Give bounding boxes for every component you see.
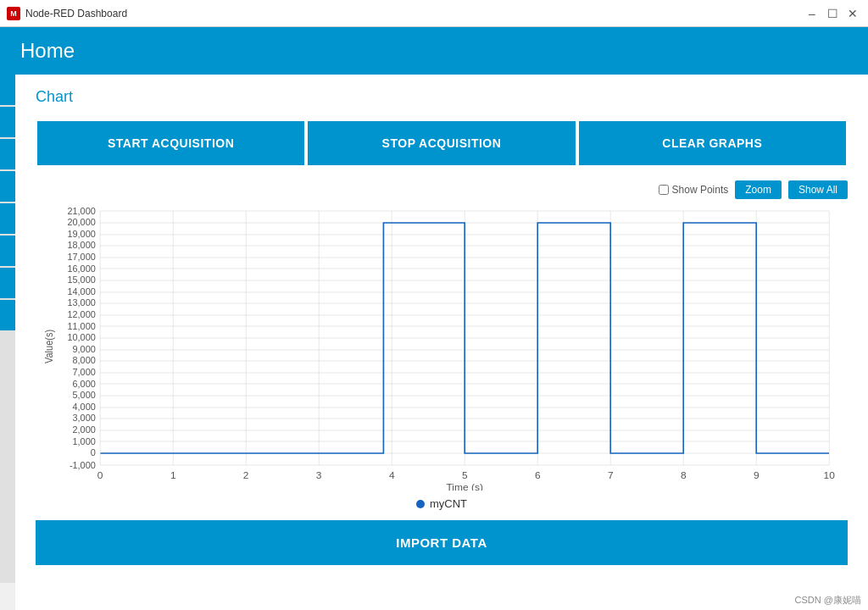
svg-text:3: 3 bbox=[316, 470, 322, 480]
svg-text:3,000: 3,000 bbox=[73, 413, 96, 423]
stop-acquisition-button[interactable]: STOP ACQUISITION bbox=[306, 119, 576, 167]
sidebar-tab-7[interactable] bbox=[0, 268, 15, 298]
svg-text:2,000: 2,000 bbox=[73, 425, 96, 435]
sidebar-tab-2[interactable] bbox=[0, 107, 15, 137]
close-button[interactable]: ✕ bbox=[844, 5, 861, 22]
svg-text:16,000: 16,000 bbox=[67, 264, 95, 274]
sidebar-tab-3[interactable] bbox=[0, 139, 15, 169]
acquisition-buttons: START ACQUISITION STOP ACQUISITION CLEAR… bbox=[36, 119, 848, 167]
minimize-button[interactable]: – bbox=[804, 5, 821, 22]
chart-area: -1,000 0 1,000 2,000 3,000 4,000 5,000 6… bbox=[36, 202, 848, 491]
svg-text:6,000: 6,000 bbox=[73, 380, 96, 389]
svg-text:2: 2 bbox=[243, 470, 249, 480]
sidebar-tab-8[interactable] bbox=[0, 300, 15, 330]
svg-text:4: 4 bbox=[389, 470, 395, 480]
sidebar-tab-4[interactable] bbox=[0, 171, 15, 202]
chart-title: Chart bbox=[36, 88, 848, 106]
svg-text:11,000: 11,000 bbox=[67, 322, 95, 331]
page-title: Home bbox=[20, 39, 75, 63]
svg-text:12,000: 12,000 bbox=[67, 310, 95, 319]
svg-text:5: 5 bbox=[462, 470, 468, 480]
svg-text:18,000: 18,000 bbox=[67, 241, 95, 250]
x-axis-labels: 0 1 2 3 4 5 6 7 8 9 10 bbox=[97, 470, 835, 480]
x-axis-title: Time (s) bbox=[447, 482, 484, 491]
show-points-label[interactable]: Show Points bbox=[659, 184, 729, 196]
svg-text:8: 8 bbox=[681, 470, 687, 480]
svg-text:10,000: 10,000 bbox=[67, 333, 95, 342]
sidebar-tab-1[interactable] bbox=[0, 75, 15, 105]
svg-text:7: 7 bbox=[608, 470, 614, 480]
svg-text:4,000: 4,000 bbox=[73, 402, 96, 412]
show-points-text: Show Points bbox=[672, 184, 729, 196]
show-all-button[interactable]: Show All bbox=[788, 180, 848, 199]
import-data-button[interactable]: IMPORT DATA bbox=[36, 520, 848, 565]
svg-text:1,000: 1,000 bbox=[73, 437, 96, 446]
title-bar: M Node-RED Dashboard – ☐ ✕ bbox=[0, 0, 868, 27]
window-title: Node-RED Dashboard bbox=[25, 8, 127, 19]
main-content: Chart START ACQUISITION STOP ACQUISITION… bbox=[15, 75, 868, 610]
svg-text:1: 1 bbox=[170, 470, 176, 480]
start-acquisition-button[interactable]: START ACQUISITION bbox=[36, 119, 306, 167]
svg-text:10: 10 bbox=[824, 470, 835, 480]
chart-svg: -1,000 0 1,000 2,000 3,000 4,000 5,000 6… bbox=[36, 202, 848, 491]
chart-options: Show Points Zoom Show All bbox=[36, 180, 848, 199]
svg-text:-1,000: -1,000 bbox=[70, 461, 96, 470]
svg-text:9: 9 bbox=[754, 470, 760, 480]
watermark: CSDN @康妮喵 bbox=[795, 594, 861, 607]
legend-label: myCNT bbox=[430, 497, 467, 510]
svg-text:9,000: 9,000 bbox=[73, 345, 96, 354]
svg-text:19,000: 19,000 bbox=[67, 230, 95, 239]
maximize-button[interactable]: ☐ bbox=[824, 5, 841, 22]
svg-text:6: 6 bbox=[535, 470, 541, 480]
sidebar-tab-5[interactable] bbox=[0, 203, 15, 234]
svg-text:17,000: 17,000 bbox=[67, 252, 95, 262]
svg-text:7,000: 7,000 bbox=[73, 368, 96, 377]
logo-text: M bbox=[10, 9, 17, 18]
legend-dot bbox=[416, 500, 425, 508]
clear-graphs-button[interactable]: CLEAR GRAPHS bbox=[577, 119, 848, 167]
svg-text:0: 0 bbox=[97, 470, 103, 480]
main-header: Home bbox=[0, 27, 868, 75]
svg-text:15,000: 15,000 bbox=[67, 275, 95, 285]
svg-text:20,000: 20,000 bbox=[67, 218, 95, 227]
show-points-checkbox[interactable] bbox=[659, 185, 669, 195]
window-controls: – ☐ ✕ bbox=[804, 5, 861, 22]
sidebar-tab-6[interactable] bbox=[0, 236, 15, 266]
svg-text:0: 0 bbox=[91, 448, 96, 458]
zoom-button[interactable]: Zoom bbox=[735, 180, 782, 199]
app-logo: M bbox=[7, 7, 20, 20]
svg-text:5,000: 5,000 bbox=[73, 391, 96, 400]
svg-text:8,000: 8,000 bbox=[73, 356, 96, 365]
sidebar-tabs bbox=[0, 75, 15, 583]
y-axis-title: Value(s) bbox=[43, 330, 53, 363]
y-axis-labels: -1,000 0 1,000 2,000 3,000 4,000 5,000 6… bbox=[67, 207, 95, 470]
svg-text:21,000: 21,000 bbox=[67, 207, 95, 216]
svg-text:14,000: 14,000 bbox=[67, 287, 95, 297]
chart-legend: myCNT bbox=[36, 497, 848, 510]
svg-text:13,000: 13,000 bbox=[67, 298, 95, 308]
